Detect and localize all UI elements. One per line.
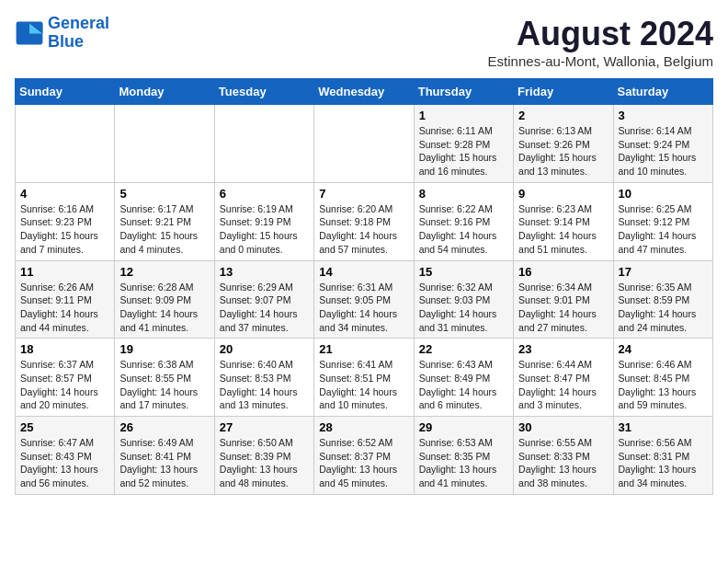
day-cell: 3Sunrise: 6:14 AMSunset: 9:24 PMDaylight… (613, 105, 712, 183)
day-number: 18 (20, 342, 109, 356)
day-info: Sunrise: 6:19 AMSunset: 9:19 PMDaylight:… (220, 202, 309, 257)
day-number: 22 (419, 342, 508, 356)
day-number: 28 (319, 420, 408, 434)
day-cell: 16Sunrise: 6:34 AMSunset: 9:01 PMDayligh… (514, 260, 613, 339)
day-cell: 1Sunrise: 6:11 AMSunset: 9:28 PMDaylight… (414, 105, 513, 183)
day-number: 1 (419, 109, 508, 122)
calendar-subtitle: Estinnes-au-Mont, Wallonia, Belgium (488, 53, 713, 69)
day-number: 5 (119, 187, 209, 201)
day-number: 8 (419, 187, 508, 201)
day-cell: 2Sunrise: 6:13 AMSunset: 9:26 PMDaylight… (514, 105, 613, 183)
day-number: 15 (419, 265, 508, 279)
day-cell: 17Sunrise: 6:35 AMSunset: 8:59 PMDayligh… (613, 260, 712, 339)
week-row-5: 25Sunrise: 6:47 AMSunset: 8:43 PMDayligh… (16, 417, 713, 495)
day-number: 16 (518, 265, 608, 279)
header-thursday: Thursday (414, 79, 513, 105)
day-number: 4 (20, 187, 109, 201)
day-number: 21 (319, 342, 408, 356)
header-tuesday: Tuesday (214, 79, 313, 105)
day-cell (214, 105, 313, 183)
day-cell: 14Sunrise: 6:31 AMSunset: 9:05 PMDayligh… (314, 260, 414, 339)
day-number: 29 (419, 420, 508, 434)
logo-line1: General (48, 14, 109, 32)
day-cell (314, 105, 414, 183)
day-cell: 22Sunrise: 6:43 AMSunset: 8:49 PMDayligh… (414, 339, 513, 417)
day-info: Sunrise: 6:56 AMSunset: 8:31 PMDaylight:… (619, 436, 708, 490)
day-cell: 20Sunrise: 6:40 AMSunset: 8:53 PMDayligh… (214, 339, 313, 417)
day-number: 14 (319, 265, 408, 279)
day-cell: 6Sunrise: 6:19 AMSunset: 9:19 PMDaylight… (214, 182, 313, 260)
day-number: 2 (518, 109, 608, 122)
day-info: Sunrise: 6:44 AMSunset: 8:47 PMDaylight:… (518, 358, 608, 412)
day-info: Sunrise: 6:37 AMSunset: 8:57 PMDaylight:… (20, 358, 109, 412)
day-number: 9 (518, 187, 608, 201)
header-wednesday: Wednesday (314, 79, 414, 105)
day-info: Sunrise: 6:43 AMSunset: 8:49 PMDaylight:… (419, 358, 508, 412)
day-cell (16, 105, 115, 183)
calendar-table: SundayMondayTuesdayWednesdayThursdayFrid… (15, 78, 713, 495)
day-number: 10 (619, 187, 708, 201)
day-number: 27 (220, 420, 309, 434)
calendar-header-row: SundayMondayTuesdayWednesdayThursdayFrid… (16, 79, 713, 105)
day-number: 3 (619, 109, 708, 122)
day-cell: 31Sunrise: 6:56 AMSunset: 8:31 PMDayligh… (613, 417, 712, 495)
day-cell: 26Sunrise: 6:49 AMSunset: 8:41 PMDayligh… (115, 417, 214, 495)
day-number: 31 (619, 420, 708, 434)
header-sunday: Sunday (16, 79, 115, 105)
day-number: 26 (119, 420, 209, 434)
calendar-title: August 2024 (488, 15, 713, 53)
day-number: 25 (20, 420, 109, 434)
day-info: Sunrise: 6:31 AMSunset: 9:05 PMDaylight:… (319, 281, 408, 335)
day-info: Sunrise: 6:29 AMSunset: 9:07 PMDaylight:… (220, 281, 309, 335)
week-row-1: 1Sunrise: 6:11 AMSunset: 9:28 PMDaylight… (16, 105, 713, 183)
day-info: Sunrise: 6:28 AMSunset: 9:09 PMDaylight:… (119, 281, 209, 335)
day-number: 6 (220, 187, 309, 201)
day-cell: 28Sunrise: 6:52 AMSunset: 8:37 PMDayligh… (314, 417, 414, 495)
day-number: 7 (319, 187, 408, 201)
day-cell: 11Sunrise: 6:26 AMSunset: 9:11 PMDayligh… (16, 260, 115, 339)
day-cell: 10Sunrise: 6:25 AMSunset: 9:12 PMDayligh… (613, 182, 712, 260)
day-info: Sunrise: 6:11 AMSunset: 9:28 PMDaylight:… (419, 124, 508, 178)
day-number: 12 (119, 265, 209, 279)
day-info: Sunrise: 6:38 AMSunset: 8:55 PMDaylight:… (119, 358, 209, 412)
day-cell: 9Sunrise: 6:23 AMSunset: 9:14 PMDaylight… (514, 182, 613, 260)
day-cell: 19Sunrise: 6:38 AMSunset: 8:55 PMDayligh… (115, 339, 214, 417)
day-info: Sunrise: 6:32 AMSunset: 9:03 PMDaylight:… (419, 281, 508, 335)
day-cell: 27Sunrise: 6:50 AMSunset: 8:39 PMDayligh… (214, 417, 313, 495)
day-info: Sunrise: 6:14 AMSunset: 9:24 PMDaylight:… (619, 124, 708, 178)
day-cell: 8Sunrise: 6:22 AMSunset: 9:16 PMDaylight… (414, 182, 513, 260)
day-info: Sunrise: 6:25 AMSunset: 9:12 PMDaylight:… (619, 202, 708, 257)
day-number: 13 (220, 265, 309, 279)
day-cell: 29Sunrise: 6:53 AMSunset: 8:35 PMDayligh… (414, 417, 513, 495)
day-info: Sunrise: 6:49 AMSunset: 8:41 PMDaylight:… (119, 436, 209, 490)
day-info: Sunrise: 6:40 AMSunset: 8:53 PMDaylight:… (220, 358, 309, 412)
logo-text: General Blue (48, 15, 109, 52)
day-number: 30 (518, 420, 608, 434)
day-cell: 25Sunrise: 6:47 AMSunset: 8:43 PMDayligh… (16, 417, 115, 495)
day-cell: 24Sunrise: 6:46 AMSunset: 8:45 PMDayligh… (613, 339, 712, 417)
day-number: 23 (518, 342, 608, 356)
logo-line2: Blue (48, 32, 84, 51)
day-info: Sunrise: 6:13 AMSunset: 9:26 PMDaylight:… (518, 124, 608, 178)
day-info: Sunrise: 6:23 AMSunset: 9:14 PMDaylight:… (518, 202, 608, 257)
day-info: Sunrise: 6:55 AMSunset: 8:33 PMDaylight:… (518, 436, 608, 490)
title-block: August 2024 Estinnes-au-Mont, Wallonia, … (488, 15, 713, 69)
day-cell: 13Sunrise: 6:29 AMSunset: 9:07 PMDayligh… (214, 260, 313, 339)
day-number: 20 (220, 342, 309, 356)
day-info: Sunrise: 6:26 AMSunset: 9:11 PMDaylight:… (20, 281, 109, 335)
logo: General Blue (15, 15, 109, 52)
day-cell: 15Sunrise: 6:32 AMSunset: 9:03 PMDayligh… (414, 260, 513, 339)
day-info: Sunrise: 6:50 AMSunset: 8:39 PMDaylight:… (220, 436, 309, 490)
week-row-2: 4Sunrise: 6:16 AMSunset: 9:23 PMDaylight… (16, 182, 713, 260)
day-info: Sunrise: 6:35 AMSunset: 8:59 PMDaylight:… (619, 281, 708, 335)
day-cell: 4Sunrise: 6:16 AMSunset: 9:23 PMDaylight… (16, 182, 115, 260)
day-info: Sunrise: 6:17 AMSunset: 9:21 PMDaylight:… (119, 202, 209, 257)
day-number: 24 (619, 342, 708, 356)
header-saturday: Saturday (613, 79, 712, 105)
day-cell: 23Sunrise: 6:44 AMSunset: 8:47 PMDayligh… (514, 339, 613, 417)
page-header: General Blue August 2024 Estinnes-au-Mon… (15, 15, 713, 69)
header-monday: Monday (115, 79, 214, 105)
day-cell: 18Sunrise: 6:37 AMSunset: 8:57 PMDayligh… (16, 339, 115, 417)
day-cell: 7Sunrise: 6:20 AMSunset: 9:18 PMDaylight… (314, 182, 414, 260)
day-info: Sunrise: 6:53 AMSunset: 8:35 PMDaylight:… (419, 436, 508, 490)
